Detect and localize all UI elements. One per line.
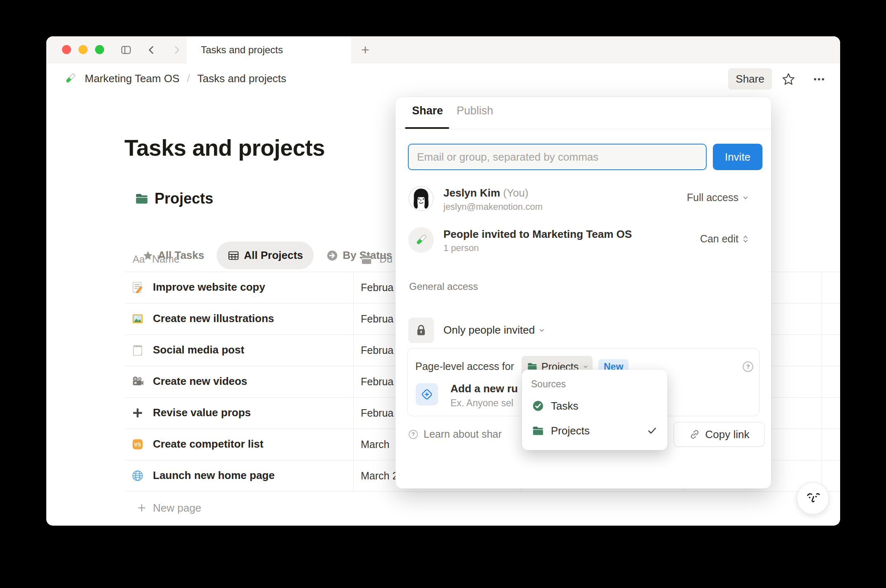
svg-text:?: ? <box>746 363 750 370</box>
divider <box>395 129 771 129</box>
name-column-header[interactable]: Name <box>152 253 180 265</box>
sources-menu-item-projects[interactable]: Projects <box>526 420 663 441</box>
plus-emoji-icon <box>131 407 144 419</box>
favorite-star-icon[interactable] <box>779 70 798 88</box>
minimize-window-button[interactable] <box>79 45 88 54</box>
active-tab-underline <box>405 127 449 129</box>
access-level-dropdown[interactable]: Full access <box>687 192 749 204</box>
learn-about-sharing-link[interactable]: ? Learn about shar <box>408 428 502 440</box>
back-icon[interactable] <box>145 43 159 57</box>
row-title[interactable]: Social media post <box>153 344 244 356</box>
breadcrumb-workspace[interactable]: Marketing Team OS <box>81 71 183 87</box>
chevron-down-icon <box>742 194 749 202</box>
row-due-date[interactable]: Februa <box>361 407 393 419</box>
chevron-down-icon <box>582 363 589 370</box>
projector-icon <box>131 375 144 388</box>
ai-face-icon <box>804 489 822 507</box>
svg-text:?: ? <box>412 432 414 437</box>
zoom-window-button[interactable] <box>95 45 104 54</box>
tab-bar: + <box>46 36 840 63</box>
row-title[interactable]: Create new illustrations <box>153 312 274 325</box>
collection-title[interactable]: Projects <box>155 190 213 207</box>
row-due-date[interactable]: Februa <box>361 282 393 294</box>
plus-icon <box>136 503 147 513</box>
help-icon[interactable]: ? <box>742 360 754 373</box>
copy-link-button[interactable]: Copy link <box>674 422 765 447</box>
check-icon <box>647 425 657 436</box>
folder-icon <box>135 192 149 206</box>
forward-icon[interactable] <box>169 43 183 57</box>
memo-icon <box>131 281 144 294</box>
question-circle-icon: ? <box>408 429 419 440</box>
member-email: jeslyn@makenotion.com <box>443 202 543 212</box>
globe-icon <box>131 469 144 482</box>
sidebar-toggle-icon[interactable] <box>119 43 133 57</box>
page-level-access-label: Page-level access for <box>415 360 514 372</box>
folder-icon <box>532 424 544 437</box>
general-access-dropdown[interactable]: Only people invited <box>443 324 545 337</box>
sources-menu: Sources Tasks Projects <box>522 370 667 450</box>
row-title[interactable]: Create new videos <box>153 375 247 388</box>
test-tube-icon <box>63 71 77 85</box>
breadcrumb-separator: / <box>187 72 190 85</box>
sources-menu-label: Sources <box>531 379 566 390</box>
invite-button[interactable]: Invite <box>713 144 762 170</box>
add-rule-button[interactable]: Add a new ru <box>450 382 518 395</box>
invite-email-input[interactable] <box>408 144 707 170</box>
check-circle-icon <box>532 400 544 412</box>
new-tab-button[interactable]: + <box>357 41 374 58</box>
member-row[interactable]: Jeslyn Kim (You) jeslyn@makenotion.com F… <box>408 186 758 212</box>
member-name: Jeslyn Kim <box>443 187 500 199</box>
text-property-icon: Aa <box>133 254 145 265</box>
row-title[interactable]: Launch new home page <box>153 469 275 482</box>
row-due-date[interactable]: Februa <box>361 344 393 356</box>
dialog-tab-publish[interactable]: Publish <box>457 104 493 117</box>
chevron-up-down-icon <box>742 235 749 243</box>
notepad-icon <box>131 344 144 356</box>
calendar-icon <box>360 253 373 266</box>
chevron-down-icon <box>538 327 545 334</box>
page-title: Tasks and projects <box>124 135 325 161</box>
add-rule-hint: Ex. Anyone sel <box>450 398 513 409</box>
share-button[interactable]: Share <box>728 68 772 90</box>
group-name: People invited to Marketing Team OS <box>443 228 632 241</box>
breadcrumb: Marketing Team OS / Tasks and projects <box>63 69 290 88</box>
collection-header: Projects <box>135 190 213 207</box>
breadcrumb-page[interactable]: Tasks and projects <box>194 71 290 87</box>
picture-icon <box>131 313 144 325</box>
link-icon <box>689 429 700 440</box>
lock-icon <box>408 318 434 343</box>
member-you-suffix: (You) <box>503 187 529 199</box>
dialog-tab-share[interactable]: Share <box>412 104 443 117</box>
workspace-avatar <box>408 227 434 253</box>
avatar <box>408 186 434 211</box>
row-title[interactable]: Create competitor list <box>153 438 263 450</box>
row-due-date[interactable]: Februa <box>361 376 393 388</box>
new-page-button[interactable]: New page <box>136 496 201 520</box>
divider <box>125 491 840 492</box>
due-column-header[interactable]: Du <box>379 253 393 265</box>
row-title[interactable]: Improve website copy <box>153 281 265 294</box>
tab-tasks-and-projects[interactable]: Tasks and projects <box>187 36 351 63</box>
row-due-date[interactable]: March <box>361 439 389 450</box>
app-window: + Tasks and projects Marketing Team OS /… <box>46 36 840 526</box>
more-options-icon[interactable] <box>810 70 828 88</box>
member-row[interactable]: People invited to Marketing Team OS 1 pe… <box>408 227 758 254</box>
group-count: 1 person <box>443 243 479 254</box>
sources-menu-item-tasks[interactable]: Tasks <box>526 395 663 417</box>
close-window-button[interactable] <box>62 45 71 54</box>
row-title[interactable]: Revise value props <box>153 406 251 419</box>
tab-title: Tasks and projects <box>201 44 283 56</box>
general-access-label: General access <box>409 281 478 292</box>
svg-text:VS: VS <box>134 442 141 448</box>
add-rule-icon <box>416 383 438 405</box>
notion-ai-button[interactable] <box>797 482 829 514</box>
vs-icon: VS <box>131 438 144 450</box>
row-due-date[interactable]: Februa <box>361 313 393 325</box>
access-level-dropdown[interactable]: Can edit <box>700 233 749 245</box>
